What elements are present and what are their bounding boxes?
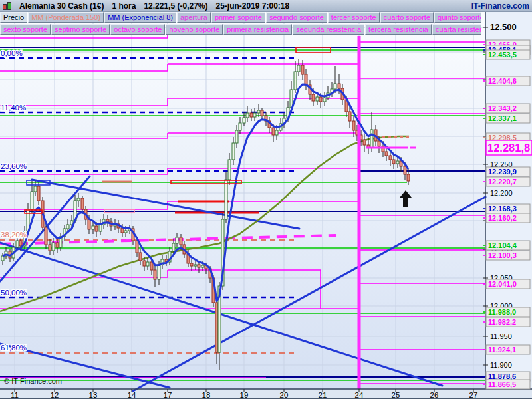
candle-body [37, 186, 40, 201]
indicator-button-septimo-soporte[interactable]: septimo soporte [51, 24, 110, 35]
indicator-button-mm-ponderada-150-[interactable]: MM (Ponderada 150) [28, 12, 104, 23]
price-label: 11.988,0 [488, 308, 516, 316]
candle-body [404, 166, 406, 174]
candle-body [190, 263, 193, 266]
candle-body [16, 241, 19, 247]
candle-body [52, 243, 55, 251]
indicator-button-noveno-soporte[interactable]: noveno soporte [166, 24, 223, 35]
candle-body [370, 130, 373, 148]
x-tick-label: 13 [89, 391, 98, 399]
x-tick-label: 18 [202, 391, 211, 399]
candle-body [81, 198, 84, 209]
x-tick-label: 27 [469, 391, 478, 399]
y-tick-label: 12.200 [490, 189, 513, 197]
indicator-button-segundo-soporte[interactable]: segundo soporte [266, 12, 327, 23]
fibonacci-label: 38,20% [1, 231, 27, 239]
y-tick-label: 11.900 [490, 361, 512, 369]
candle-body [88, 219, 90, 229]
x-tick-label: 26 [430, 391, 439, 399]
candle-body [312, 94, 315, 101]
candle-body [124, 231, 127, 233]
candle-body [301, 65, 304, 74]
y-tick-label: 11.950 [490, 332, 512, 340]
indicator-button-sexto-soporte[interactable]: sexto soporte [0, 24, 51, 35]
candle-body [305, 74, 307, 85]
indicator-button-tercera-resistencia[interactable]: tercera resistencia [365, 24, 432, 35]
indicator-button-octavo-soporte[interactable]: octavo soporte [110, 24, 165, 35]
candle-body [176, 237, 178, 243]
candle-body [139, 253, 142, 261]
candle-body [95, 226, 98, 231]
candle-body [31, 192, 33, 209]
x-tick-label: 14 [128, 391, 136, 399]
fibonacci-label: 11,40% [1, 104, 26, 112]
candle-body [56, 243, 59, 247]
chart-canvas[interactable]: 0,00%11,40%23,60%38,20%50,00%61,80%12.50… [0, 0, 532, 399]
price-label: 12.104,4 [488, 241, 517, 249]
candle-body [257, 110, 260, 113]
candle-body [1, 256, 4, 261]
candle-body [19, 241, 22, 246]
price-label: 12.343,2 [488, 104, 517, 112]
price-label: 11.924,1 [488, 346, 516, 354]
candle-body [239, 123, 241, 130]
candle-body [150, 262, 153, 270]
candle-body [201, 265, 204, 267]
candle-body [198, 265, 200, 267]
indicator-button-primera-resistencia[interactable]: primera resistencia [223, 24, 292, 35]
candle-body [194, 265, 197, 266]
candle-body [297, 65, 300, 72]
indicator-button-cuarto-soporte[interactable]: cuarto soporte [380, 12, 434, 23]
indicator-button-segunda-resistencia[interactable]: segunda resistencia [293, 24, 364, 35]
watermark: © IT-Finance.com [4, 377, 62, 385]
candle-body [154, 270, 156, 279]
candle-body [66, 225, 69, 229]
candle-body [389, 156, 392, 160]
candle-body [45, 227, 47, 245]
candle-body [143, 261, 146, 266]
candle-body [34, 186, 37, 192]
x-tick-label: 12 [51, 391, 59, 399]
price-label: 12.337,1 [488, 114, 517, 122]
candle-body [225, 180, 227, 219]
candle-body [352, 121, 355, 130]
candle-body [235, 130, 238, 143]
candle-body [319, 97, 322, 102]
x-tick-label: 21 [319, 391, 327, 399]
price-label: 11.982,2 [488, 318, 516, 326]
x-tick-label: 24 [355, 391, 364, 399]
fibonacci-label: 0,00% [1, 49, 23, 57]
price-label: 12.453,5 [488, 51, 517, 59]
indicator-button-tercer-soporte[interactable]: tercer soporte [328, 12, 380, 23]
price-label: 12.041,0 [488, 280, 517, 288]
candle-body [99, 225, 102, 231]
candle-body [294, 72, 297, 90]
candle-body [316, 97, 319, 101]
candle-body [385, 152, 388, 156]
price-label: 12.160,2 [488, 214, 517, 222]
indicator-button-apertura[interactable]: apertura [177, 12, 211, 23]
chart-window: { "window": { "title": "Alemania 30 Cash… [0, 0, 532, 399]
plot-background[interactable] [0, 12, 485, 389]
indicator-button-cuarta-resistencia[interactable]: cuarta resistencia [432, 24, 481, 35]
price-label: 12.168,3 [488, 205, 517, 213]
candle-body [261, 110, 263, 116]
indicator-toolbar-row-1: PrecioMM (Ponderada 150)MM (Exponencial … [0, 12, 481, 24]
candle-body [158, 265, 160, 279]
candle-body [334, 84, 336, 89]
indicator-button-precio[interactable]: Precio [0, 12, 27, 23]
price-label: 12.220,7 [488, 178, 517, 186]
indicator-toolbar-row-2: sexto soporteseptimo soporteoctavo sopor… [0, 24, 481, 36]
candle-body [92, 226, 94, 229]
candle-body [49, 245, 51, 251]
current-price-label: 12.281,8 [487, 142, 530, 154]
indicator-button-mm-exponencial-8-[interactable]: MM (Exponencial 8) [104, 12, 176, 23]
fibonacci-label: 61,80% [1, 344, 27, 352]
candle-body [272, 128, 275, 135]
candle-body [323, 98, 326, 102]
candle-body [232, 143, 235, 160]
indicator-button-quinto-soporte[interactable]: quinto soporte [434, 12, 481, 23]
candle-body [136, 241, 138, 253]
indicator-button-primer-soporte[interactable]: primer soporte [211, 12, 265, 23]
price-label: 11.878,6 [488, 372, 516, 380]
